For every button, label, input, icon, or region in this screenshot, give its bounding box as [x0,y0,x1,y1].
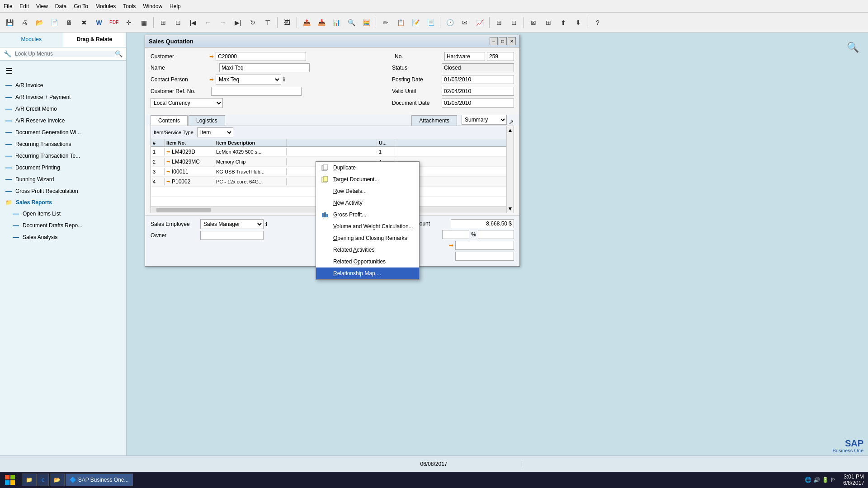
scroll-down-btn[interactable]: ▼ [508,206,513,212]
toolbar-btn-org1[interactable]: ⊞ [492,16,506,29]
toolbar-btn-doc[interactable]: 📄 [47,16,61,29]
toolbar-btn-edit1[interactable]: ✏ [379,16,392,29]
toolbar-btn-mail[interactable]: ✉ [458,16,472,29]
local-currency-dropdown[interactable]: Local Currency [151,98,223,108]
toolbar-btn-last[interactable]: ▶| [231,16,245,29]
ctx-item-opening-closing[interactable]: Opening and Closing Remarks [316,232,419,244]
toolbar-btn-calc[interactable]: 🧮 [359,16,373,29]
ctx-item-gross-profit[interactable]: Gross Profit... [316,209,419,221]
discount-input[interactable] [442,230,469,239]
toolbar-btn-refresh[interactable]: ↻ [246,16,259,29]
discount-value-input[interactable] [478,230,514,239]
toolbar-btn-misc4[interactable]: ⬇ [571,16,585,29]
toolbar-btn-misc3[interactable]: ⬆ [557,16,570,29]
no-value-input[interactable] [487,52,514,61]
scroll-up-btn[interactable]: ▲ [508,127,513,133]
table-row[interactable]: 1 ➡ LM4029D LeMon 4029 500 s... 1 [151,147,506,157]
toolbar-btn-nav2[interactable]: ⊡ [171,16,185,29]
toolbar-btn-pdf[interactable]: PDF [107,16,121,29]
search-icon[interactable]: 🔍 [115,50,123,57]
sidebar-tab-drag[interactable]: Drag & Relate [63,33,127,47]
sidebar-item-ar-reserve-invoice[interactable]: — A/R Reserve Invoice [0,115,126,127]
toolbar-btn-w[interactable]: W [92,16,106,29]
freight-input[interactable] [455,241,514,250]
toolbar-btn-edit3[interactable]: 📝 [409,16,422,29]
toolbar-btn-open[interactable]: 📂 [33,16,46,29]
ctx-item-volume-weight[interactable]: Volume and Weight Calculation... [316,221,419,232]
toolbar-btn-prev[interactable]: ← [201,16,215,29]
toolbar-btn-next[interactable]: → [216,16,230,29]
toolbar-btn-nav1[interactable]: ⊞ [156,16,170,29]
taskbar-item-folder[interactable]: 📁 [22,474,37,486]
document-date-input[interactable] [442,99,514,108]
menu-data[interactable]: Data [55,3,66,9]
toolbar-btn-exp2[interactable]: 📥 [315,16,328,29]
sidebar-item-recurring-te[interactable]: — Recurring Transaction Te... [0,150,126,162]
toolbar-btn-print[interactable]: 🖨 [18,16,31,29]
ctx-item-duplicate[interactable]: Duplicate [316,162,419,174]
toolbar-btn-clock[interactable]: 🕐 [443,16,457,29]
name-input[interactable] [219,63,310,72]
sidebar-item-ar-invoice[interactable]: — A/R Invoice [0,80,126,91]
menu-tools[interactable]: Tools [123,3,136,9]
menu-goto[interactable]: Go To [74,3,88,9]
sidebar-item-sales-reports[interactable]: 📁 Sales Reports [0,197,126,208]
toolbar-btn-chart[interactable]: 📈 [473,16,486,29]
toolbar-btn-x[interactable]: ✖ [77,16,91,29]
customer-ref-input[interactable] [211,87,302,96]
sales-employee-info-icon[interactable]: ℹ [265,221,267,227]
sidebar-tab-modules[interactable]: Modules [0,33,63,47]
posting-date-input[interactable] [442,75,514,84]
menu-modules[interactable]: Modules [95,3,116,9]
toolbar-btn-first[interactable]: |◀ [186,16,200,29]
toolbar-btn-help[interactable]: ? [591,16,604,29]
contact-info-icon[interactable]: ℹ [283,76,285,83]
contact-person-dropdown[interactable]: Max Teq [216,75,281,84]
start-button[interactable] [0,472,20,488]
toolbar-btn-exp3[interactable]: 📊 [330,16,343,29]
customer-input[interactable] [216,52,306,61]
ctx-item-related-opportunities[interactable]: Related Opportunities [316,256,419,267]
sales-employee-dropdown[interactable]: Sales Manager [200,219,264,229]
ctx-item-target-document[interactable]: Target Document... [316,174,419,185]
sap-search-icon[interactable]: 🔍 [847,42,859,53]
toolbar-btn-filter[interactable]: ⊤ [261,16,274,29]
sidebar-search-input[interactable] [15,51,115,57]
menu-window[interactable]: Window [143,3,162,9]
toolbar-btn-misc2[interactable]: ⊞ [542,16,555,29]
toolbar-btn-search[interactable]: 🔍 [344,16,358,29]
toolbar-btn-img[interactable]: 🖼 [280,16,294,29]
ctx-item-new-activity[interactable]: New Activity [316,197,419,209]
ctx-item-relationship-map[interactable]: Relationship Map,... [316,267,419,279]
item-service-type-dropdown[interactable]: Item [197,127,233,137]
hscroll-bar[interactable] [156,208,211,212]
sidebar-item-gross-profit[interactable]: — Gross Profit Recalculation [0,185,126,197]
sidebar-item-doc-generation[interactable]: — Document Generation Wi... [0,127,126,138]
sidebar-item-doc-printing[interactable]: — Document Printing [0,162,126,174]
sq-maximize-btn[interactable]: □ [499,37,507,45]
sidebar-item-sales-analysis[interactable]: — Sales Analysis [0,231,126,243]
attachments-summary-dropdown[interactable]: Summary [462,115,507,125]
sidebar-item-recurring[interactable]: — Recurring Transactions [0,138,126,150]
sidebar-item-open-items[interactable]: — Open Items List [0,208,126,220]
sidebar-item-ar-invoice-payment[interactable]: — A/R Invoice + Payment [0,91,126,103]
tab-attachments[interactable]: Attachments [411,115,457,126]
sq-close-btn[interactable]: ✕ [508,37,516,45]
owner-input[interactable] [200,231,264,240]
expand-icon[interactable]: ↗ [509,118,514,126]
menu-file[interactable]: File [4,3,12,9]
menu-help[interactable]: Help [170,3,181,9]
toolbar-btn-misc1[interactable]: ⊠ [527,16,540,29]
valid-until-input[interactable] [442,87,514,96]
tab-logistics[interactable]: Logistics [189,115,225,126]
sidebar-item-dunning[interactable]: — Dunning Wizard [0,174,126,185]
toolbar-btn-save[interactable]: 💾 [3,16,16,29]
toolbar-btn-table[interactable]: ▦ [137,16,151,29]
sq-minimize-btn[interactable]: – [490,37,498,45]
taskbar-item-sap[interactable]: 🔷 SAP Business One... [66,474,133,486]
taskbar-item-explorer[interactable]: e [38,474,49,486]
toolbar-btn-edit2[interactable]: 📋 [394,16,407,29]
menu-view[interactable]: View [36,3,48,9]
toolbar-btn-exp1[interactable]: 📤 [300,16,313,29]
taskbar-item-files[interactable]: 📂 [50,474,65,486]
